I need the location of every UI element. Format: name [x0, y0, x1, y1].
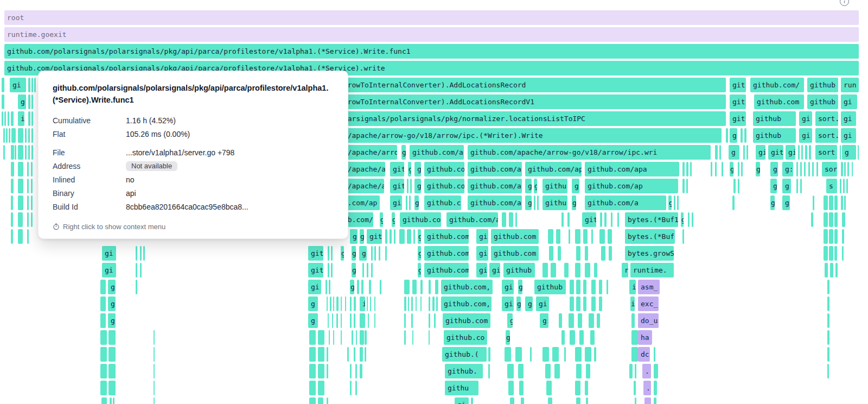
flame-block[interactable]: g: [506, 330, 510, 345]
flame-block[interactable]: g: [108, 313, 116, 328]
flame-block[interactable]: [834, 195, 838, 210]
flame-block[interactable]: [530, 347, 532, 362]
flame-block[interactable]: github: [753, 128, 796, 143]
flame-block[interactable]: i: [18, 111, 24, 126]
flame-block[interactable]: sort.S: [815, 111, 838, 126]
flame-block[interactable]: i: [630, 296, 635, 311]
flame-block[interactable]: sort: [815, 145, 837, 160]
flame-block[interactable]: [385, 229, 387, 244]
flame-block[interactable]: [154, 397, 155, 404]
flame-block[interactable]: [394, 229, 395, 244]
flame-block[interactable]: git: [308, 246, 323, 261]
flame-block[interactable]: g: [572, 195, 576, 210]
flame-block[interactable]: [333, 330, 334, 345]
flame-block[interactable]: [429, 296, 430, 311]
flame-block[interactable]: githu: [445, 381, 478, 395]
flame-block[interactable]: [327, 364, 328, 378]
flame-block[interactable]: [556, 229, 560, 244]
flame-block[interactable]: github.com,: [441, 280, 493, 294]
flame-block[interactable]: [420, 296, 422, 311]
flame-block[interactable]: [108, 364, 116, 378]
flame-block[interactable]: [841, 162, 843, 176]
flame-block[interactable]: root: [4, 10, 859, 25]
flame-block[interactable]: [599, 280, 602, 294]
flame-block[interactable]: [852, 162, 853, 176]
flame-block[interactable]: [715, 162, 717, 176]
flame-block[interactable]: [327, 296, 328, 311]
flame-block[interactable]: [591, 280, 596, 294]
flame-block[interactable]: [827, 347, 829, 362]
flame-block[interactable]: [326, 280, 327, 294]
flame-block[interactable]: bytes.(*Buf: [625, 229, 675, 244]
flame-block[interactable]: [583, 296, 586, 311]
flame-block[interactable]: g: [525, 296, 533, 311]
flame-block[interactable]: [585, 246, 588, 261]
flame-block[interactable]: github.com/a: [424, 162, 464, 176]
flame-block[interactable]: [11, 111, 14, 126]
flame-block[interactable]: [374, 246, 376, 261]
flame-block[interactable]: [583, 280, 586, 294]
flame-block[interactable]: github.com/apache/arrow-go/v18/arrow/ipc…: [468, 145, 711, 160]
flame-block[interactable]: [100, 381, 107, 395]
flame-block[interactable]: [569, 229, 570, 244]
flame-block[interactable]: [4, 111, 6, 126]
flame-block[interactable]: [559, 313, 562, 328]
flame-block[interactable]: github.com/: [750, 78, 804, 92]
flame-block[interactable]: [333, 296, 334, 311]
flame-block[interactable]: [488, 347, 490, 362]
flame-block[interactable]: github.(: [442, 347, 487, 362]
flame-block[interactable]: [332, 313, 333, 328]
flame-block[interactable]: [327, 397, 328, 404]
flame-block[interactable]: g:: [782, 162, 793, 176]
flame-block[interactable]: github.com/apa: [468, 179, 522, 193]
flame-block[interactable]: [11, 179, 14, 193]
flame-block[interactable]: [597, 313, 600, 328]
flame-block[interactable]: [824, 229, 828, 244]
flame-block[interactable]: [336, 296, 339, 311]
flame-block[interactable]: .: [642, 364, 651, 378]
flame-block[interactable]: [804, 162, 806, 176]
flame-block[interactable]: g: [516, 296, 521, 311]
flame-block[interactable]: [674, 195, 675, 210]
flame-block[interactable]: [654, 381, 657, 395]
flame-block[interactable]: g: [730, 128, 737, 143]
flame-block[interactable]: [31, 195, 33, 210]
flame-block[interactable]: gi: [841, 94, 857, 109]
flame-block[interactable]: [589, 313, 594, 328]
flame-block[interactable]: arrowToInternalConverter).AddLocationsRe…: [336, 94, 726, 109]
flame-block[interactable]: [28, 128, 30, 143]
flame-block[interactable]: g: [18, 94, 26, 109]
flame-block[interactable]: [355, 364, 357, 378]
flame-block[interactable]: [350, 381, 352, 395]
flame-block[interactable]: [31, 179, 33, 193]
flame-block[interactable]: [357, 280, 359, 294]
flame-block[interactable]: [31, 145, 33, 160]
flame-block[interactable]: git: [308, 263, 323, 277]
flame-block[interactable]: [654, 397, 656, 404]
flame-block[interactable]: [825, 263, 828, 277]
flame-block[interactable]: g: [418, 229, 421, 244]
flame-block[interactable]: [840, 145, 841, 160]
flame-block[interactable]: [3, 145, 5, 160]
flame-block[interactable]: g: [770, 179, 777, 193]
flame-block[interactable]: [108, 347, 116, 362]
flame-block[interactable]: [519, 381, 524, 395]
flame-block[interactable]: [330, 296, 331, 311]
flame-block[interactable]: [570, 280, 574, 294]
flame-block[interactable]: [827, 296, 829, 311]
flame-block[interactable]: [420, 280, 423, 294]
flame-block[interactable]: [407, 179, 409, 193]
flame-block[interactable]: [515, 347, 522, 362]
flame-block[interactable]: [692, 212, 693, 227]
flame-block[interactable]: [318, 347, 324, 362]
flame-block[interactable]: [341, 313, 342, 328]
flame-block[interactable]: [28, 94, 30, 109]
flame-block[interactable]: gi: [799, 128, 812, 143]
flame-block[interactable]: [631, 313, 635, 328]
flame-block[interactable]: [140, 246, 142, 261]
flame-block[interactable]: [561, 330, 565, 345]
flame-block[interactable]: [354, 296, 356, 311]
flame-block[interactable]: [350, 313, 352, 328]
flame-block[interactable]: i: [629, 280, 636, 294]
flame-block[interactable]: github.com/apa: [468, 162, 522, 176]
